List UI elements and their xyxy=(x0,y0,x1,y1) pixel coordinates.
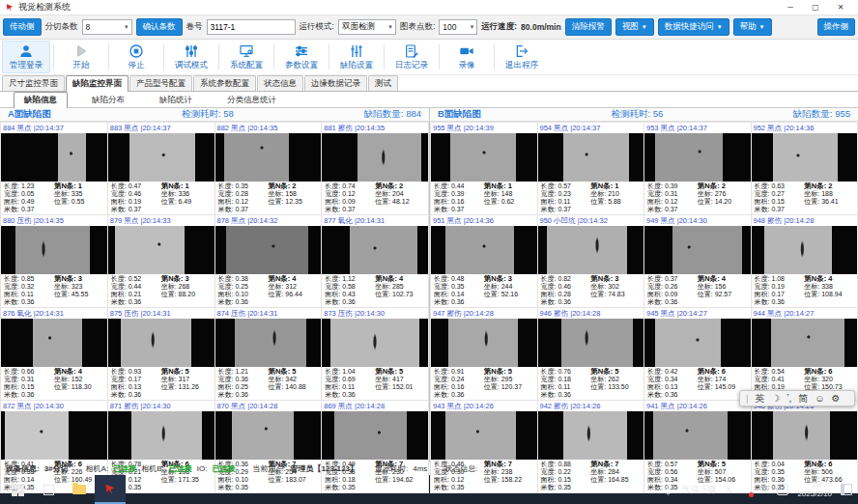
run-mode-label: 运行模式: xyxy=(300,21,334,33)
defect-cell[interactable]: 955 黑点 |20:14:39长度: 0.44第N条: 1宽度: 0.39坐标… xyxy=(431,123,537,214)
toolbar-button-user[interactable]: 管理登录 xyxy=(2,41,50,73)
defect-cell[interactable]: 876 氧化 |20:14:31长度: 0.66第N条: 4宽度: 0.31坐标… xyxy=(1,308,107,400)
defect-cell[interactable]: 869 黑点 |20:14:28长度: 0.49第N条: 7宽度: 0.38坐标… xyxy=(322,401,428,492)
detection-app-taskbar-button[interactable] xyxy=(95,475,126,504)
defect-cell[interactable]: 948 擦伤 |20:14:28长度: 1.08第N条: 4宽度: 0.19坐标… xyxy=(752,215,858,307)
defect-cell[interactable]: 874 压伤 |20:14:31长度: 1.21第N条: 5宽度: 0.36坐标… xyxy=(215,308,322,400)
ime-halfwidth-moon-icon[interactable]: ☽ xyxy=(771,393,780,404)
main-tab-4[interactable]: 状态信息 xyxy=(257,75,303,91)
close-button[interactable]: ✕ xyxy=(828,3,853,12)
defect-cell[interactable]: 870 黑点 |20:14:28长度: 0.36第N条: 7宽度: 0.29坐标… xyxy=(215,401,322,492)
chart-points-select[interactable]: 100 ▾ xyxy=(439,19,477,35)
defect-cell[interactable]: 875 压伤 |20:14:31长度: 0.93第N条: 5宽度: 0.17坐标… xyxy=(108,308,214,400)
defect-cell[interactable]: 879 黑点 |20:14:33长度: 0.52第N条: 3宽度: 0.44坐标… xyxy=(108,215,214,307)
confirm-count-button[interactable]: 确认条数 xyxy=(136,18,183,36)
defect-cell[interactable]: 942 擦伤 |20:14:26长度: 0.88第N条: 7宽度: 0.22坐标… xyxy=(538,401,644,492)
sub-tab-3[interactable]: 分类信息统计 xyxy=(216,92,287,107)
defect-cell-header: 873 压伤 |20:14:30 xyxy=(322,308,428,319)
stat-area: 面积: 0.13 xyxy=(647,383,698,391)
help-menu-button[interactable]: 帮助 ▼ xyxy=(733,18,772,36)
defect-cell[interactable]: 878 黑点 |20:14:32长度: 0.38第N条: 4宽度: 0.25坐标… xyxy=(215,215,322,307)
toolbar-button-stop[interactable]: 停止 xyxy=(112,41,160,73)
stat-row: 米数: 0.36 xyxy=(541,391,642,399)
start-button[interactable] xyxy=(2,475,33,504)
defect-cell[interactable]: 884 黑点 |20:14:37长度: 1.23第N条: 1宽度: 0.05坐标… xyxy=(1,123,107,214)
run-mode-select[interactable]: 双面检测 ▾ xyxy=(338,19,396,35)
ime-punctuation-toggle[interactable]: ’, xyxy=(786,393,791,404)
ime-settings-gear-icon[interactable]: ⚙ xyxy=(832,393,841,404)
task-view-button[interactable] xyxy=(33,475,64,504)
stat-meter: 米数: 0.36 xyxy=(4,298,54,306)
slit-count-select[interactable]: 8 ▾ xyxy=(82,19,132,35)
defect-cell[interactable]: 952 黑点 |20:14:36长度: 0.63第N条: 2宽度: 0.27坐标… xyxy=(752,123,858,214)
sub-tab-2[interactable]: 缺陷统计 xyxy=(149,92,203,107)
tray-expand-chevron[interactable]: ∧ xyxy=(726,485,732,494)
main-tab-3[interactable]: 系统参数配置 xyxy=(193,75,256,91)
defect-image xyxy=(752,226,858,274)
view-menu-button[interactable]: 视图 ▼ xyxy=(615,18,654,36)
defect-cell[interactable]: 883 黑点 |20:14:37长度: 0.47第N条: 1宽度: 0.46坐标… xyxy=(108,123,214,214)
defect-cell[interactable]: 880 压伤 |20:14:35长度: 0.85第N条: 3宽度: 0.32坐标… xyxy=(1,215,107,307)
stat-length: 长度: 0.76 xyxy=(541,368,591,376)
drive-side-button[interactable]: 传动侧 xyxy=(3,18,42,36)
defect-cell[interactable]: 947 擦伤 |20:14:28长度: 0.91第N条: 5宽度: 0.24坐标… xyxy=(431,308,537,400)
ime-language-indicator[interactable]: 英 xyxy=(759,484,768,496)
main-tab-5[interactable]: 边缘数据记录 xyxy=(304,75,367,91)
toolbar-button-monitor[interactable]: 系统配置 xyxy=(222,41,271,73)
ime-mode-icon[interactable] xyxy=(777,484,788,495)
stat-width: 宽度: 0.24 xyxy=(434,376,484,383)
ime-drag-handle[interactable]: | xyxy=(746,394,748,404)
stat-area: 面积: 0.10 xyxy=(218,291,269,298)
device-info-value: 3#分切 xyxy=(44,463,69,474)
toolbar-button-label: 日志记录 xyxy=(395,60,428,71)
defect-cell[interactable]: 877 氧化 |20:14:31长度: 1.12第N条: 4宽度: 0.58坐标… xyxy=(322,215,428,307)
maximize-button[interactable]: ▢ xyxy=(803,3,828,12)
toolbar-button-camera[interactable]: 录像 xyxy=(443,41,491,73)
main-tab-2[interactable]: 产品型号配置 xyxy=(129,75,192,91)
stat-length: 长度: 0.37 xyxy=(647,275,698,283)
defect-cell[interactable]: 946 擦伤 |20:14:28长度: 0.76第N条: 5宽度: 0.18坐标… xyxy=(538,308,644,400)
ime-english-toggle[interactable]: 英 xyxy=(755,392,764,406)
main-tab-6[interactable]: 测试 xyxy=(368,75,398,91)
defect-cell[interactable]: 950 小凹坑 |20:14:32长度: 0.82第N条: 3宽度: 0.46坐… xyxy=(538,215,644,307)
toolbar-button-exit[interactable]: 退出程序 xyxy=(498,41,546,73)
defect-cell[interactable]: 953 黑点 |20:14:37长度: 0.39第N条: 2宽度: 0.31坐标… xyxy=(644,123,751,214)
notification-app-icon[interactable] xyxy=(740,485,751,495)
main-tab-0[interactable]: 尺寸监控界面 xyxy=(2,75,65,91)
toolbar-button-sliders-v[interactable]: 缺陷设置 xyxy=(332,41,381,73)
weather-headline[interactable]: 气温下降 xyxy=(682,484,717,496)
defect-cell[interactable]: 941 黑点 |20:14:26长度: 0.57第N条: 5宽度: 0.56坐标… xyxy=(644,401,751,492)
defect-cell[interactable]: 873 压伤 |20:14:30长度: 1.04第N条: 5宽度: 0.69坐标… xyxy=(322,308,428,400)
device-info-label: 设备信息: xyxy=(6,463,40,474)
roll-number-input[interactable] xyxy=(207,19,296,35)
sub-tab-1[interactable]: 缺陷分布 xyxy=(81,92,135,107)
defect-cell[interactable]: 949 黑点 |20:14:30长度: 0.37第N条: 4宽度: 0.26坐标… xyxy=(644,215,751,307)
defect-cell[interactable]: 881 擦伤 |20:14:35长度: 0.74第N条: 2宽度: 0.12坐标… xyxy=(322,123,428,214)
action-center-icon[interactable] xyxy=(841,484,852,495)
toolbar-button-play[interactable]: 开始 xyxy=(57,41,105,73)
defect-cell[interactable]: 944 黑点 |20:14:27长度: 0.54第N条: 6宽度: 0.41坐标… xyxy=(752,308,858,400)
taskbar-clock[interactable]: 20:14 2025/2/10 xyxy=(797,480,832,499)
ime-emoji-icon[interactable]: ☺ xyxy=(815,393,824,404)
defect-cell[interactable]: 945 黑点 |20:14:27长度: 0.42第N条: 6宽度: 0.34坐标… xyxy=(644,308,751,400)
stat-length: 长度: 1.12 xyxy=(325,275,375,283)
toolbar-button-tune[interactable]: 调试模式 xyxy=(167,41,215,73)
clear-alarm-button[interactable]: 清除报警 xyxy=(565,18,612,36)
stat-row: 面积: 0.12位置: 14.20 xyxy=(647,198,748,206)
stat-row: 长度: 1.21第N条: 5 xyxy=(218,368,319,376)
stat-meter: 米数: 0.37 xyxy=(541,206,591,213)
operator-side-button[interactable]: 操作侧 xyxy=(817,18,856,36)
defect-cell[interactable]: 954 黑点 |20:14:37长度: 0.57第N条: 1宽度: 0.23坐标… xyxy=(538,123,644,214)
defect-cell[interactable]: 943 黑点 |20:14:26长度: 0.46第N条: 7宽度: 0.30坐标… xyxy=(431,401,537,492)
ime-simplified-toggle[interactable]: 简 xyxy=(798,392,808,406)
main-tab-1[interactable]: 缺陷监控界面 xyxy=(66,75,129,92)
defect-cell[interactable]: 940 擦伤 |20:14:26长度: 0.04第N条: 6宽度: 0.35坐标… xyxy=(752,401,858,492)
data-access-menu-button[interactable]: 数据快捷访问 ▼ xyxy=(658,18,729,36)
toolbar-button-sliders-h[interactable]: 参数设置 xyxy=(277,41,326,73)
minimize-button[interactable]: ─ xyxy=(778,3,803,12)
defect-cell[interactable]: 882 黑点 |20:14:35长度: 0.35第N条: 2宽度: 0.28坐标… xyxy=(215,123,322,214)
sub-tab-0[interactable]: 缺陷信息 xyxy=(14,92,68,108)
toolbar-button-log[interactable]: 日志记录 xyxy=(387,41,436,73)
defect-cell[interactable]: 951 黑点 |20:14:36长度: 0.48第N条: 3宽度: 0.35坐标… xyxy=(431,215,537,307)
file-explorer-button[interactable] xyxy=(64,475,95,504)
